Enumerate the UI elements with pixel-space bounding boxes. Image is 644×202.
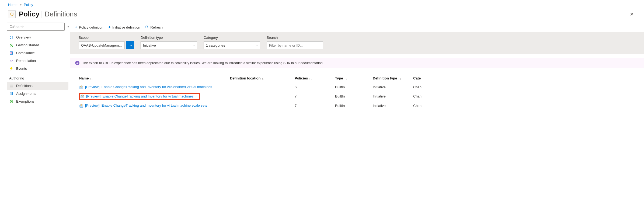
scope-label: Scope xyxy=(79,36,134,40)
col-policies[interactable]: Policies↑↓ xyxy=(293,74,333,83)
sidebar-item-label: Events xyxy=(16,67,27,71)
assignments-icon xyxy=(9,92,13,96)
toolbar: + Policy definition + Initiative definit… xyxy=(70,23,644,32)
svg-rect-4 xyxy=(10,51,13,54)
chevron-down-icon: ⌵ xyxy=(256,44,258,47)
remediation-icon xyxy=(9,59,13,63)
category-label: Category xyxy=(204,36,260,40)
sidebar-item-getting-started[interactable]: Getting started xyxy=(7,41,68,49)
collapse-sidebar-button[interactable]: « xyxy=(67,25,68,29)
toolbar-label: Initiative definition xyxy=(112,25,140,29)
sidebar-item-label: Definitions xyxy=(16,84,33,88)
sidebar-item-label: Overview xyxy=(16,35,31,39)
svg-rect-5 xyxy=(10,85,13,85)
sort-icon: ↑↓ xyxy=(309,77,312,80)
sidebar-item-assignments[interactable]: Assignments xyxy=(7,90,68,97)
svg-point-15 xyxy=(81,104,82,106)
chevron-down-icon: ⌵ xyxy=(193,44,195,47)
sidebar-item-definitions[interactable]: Definitions xyxy=(7,82,68,90)
svg-point-11 xyxy=(81,86,82,87)
toolbar-label: Policy definition xyxy=(79,25,103,29)
policy-icon xyxy=(8,11,16,18)
sidebar: « Overview Getting started Compliance Re… xyxy=(0,23,70,110)
page-title: Policy xyxy=(19,10,40,18)
col-name[interactable]: Name↑↓ xyxy=(78,74,228,83)
page-header: Policy | Definitions … ✕ xyxy=(0,8,644,23)
sidebar-item-label: Exemptions xyxy=(16,99,34,103)
select-value: Initiative xyxy=(143,43,156,47)
cell: Chan xyxy=(412,102,639,110)
sidebar-item-label: Getting started xyxy=(16,43,39,47)
breadcrumb-policy[interactable]: Policy xyxy=(24,3,33,7)
sidebar-group-authoring: Authoring xyxy=(7,72,68,82)
filter-search-box[interactable] xyxy=(267,41,323,49)
plus-icon: + xyxy=(108,25,111,30)
refresh-icon xyxy=(145,25,149,30)
breadcrumb: Home > Policy xyxy=(0,0,644,8)
svg-rect-6 xyxy=(10,86,13,86)
cell xyxy=(228,83,293,91)
add-policy-definition-button[interactable]: + Policy definition xyxy=(75,25,103,30)
svg-rect-7 xyxy=(10,86,13,87)
col-definition-location[interactable]: Definition location↑↓ xyxy=(228,74,293,83)
cell: Chan xyxy=(412,91,639,102)
filter-bar: Scope OAAS-UpdateManagem... ⋯ Definition… xyxy=(70,32,644,54)
add-initiative-definition-button[interactable]: + Initiative definition xyxy=(108,25,140,30)
sidebar-item-compliance[interactable]: Compliance xyxy=(7,49,68,57)
exemptions-icon xyxy=(9,100,13,103)
category-select[interactable]: 1 categories ⌵ xyxy=(204,41,260,49)
search-icon xyxy=(9,25,13,29)
definition-type-select[interactable]: Initiative ⌵ xyxy=(141,41,197,49)
definition-name-link[interactable]: [Preview]: Enable ChangeTracking and Inv… xyxy=(85,85,212,89)
svg-marker-0 xyxy=(11,13,13,16)
svg-point-3 xyxy=(10,36,13,39)
filter-search-input[interactable] xyxy=(269,43,321,47)
sidebar-search[interactable] xyxy=(7,23,65,31)
more-actions-button[interactable]: … xyxy=(83,12,87,16)
table-row[interactable]: [Preview]: Enable ChangeTracking and Inv… xyxy=(78,83,639,91)
close-button[interactable]: ✕ xyxy=(628,10,636,18)
col-category[interactable]: Cate xyxy=(412,74,639,83)
sort-icon: ↑↓ xyxy=(344,77,347,80)
table-row[interactable]: [Preview]: Enable ChangeTracking and Inv… xyxy=(78,102,639,110)
page-subtitle: Definitions xyxy=(44,10,77,18)
cell: BuiltIn xyxy=(333,91,371,102)
cell: Initiative xyxy=(371,91,412,102)
definition-name-link[interactable]: [Preview]: Enable ChangeTracking and Inv… xyxy=(86,94,193,98)
definition-name-link[interactable]: [Preview]: Enable ChangeTracking and Inv… xyxy=(85,103,207,107)
cell: 7 xyxy=(293,91,333,102)
cell: BuiltIn xyxy=(333,83,371,91)
sidebar-item-label: Compliance xyxy=(16,51,35,55)
cell xyxy=(228,102,293,110)
refresh-button[interactable]: Refresh xyxy=(145,25,163,30)
info-banner-text: The export to GitHub experience has been… xyxy=(82,61,323,65)
plus-icon: + xyxy=(75,25,77,30)
cell: Initiative xyxy=(371,83,412,91)
sidebar-item-exemptions[interactable]: Exemptions xyxy=(7,97,68,105)
sort-icon: ↑↓ xyxy=(262,77,264,80)
sidebar-item-label: Remediation xyxy=(16,59,36,63)
col-type[interactable]: Type↑↓ xyxy=(333,74,371,83)
table-row[interactable]: [Preview]: Enable ChangeTracking and Inv… xyxy=(78,91,639,102)
sidebar-search-input[interactable] xyxy=(13,25,62,29)
definition-type-label: Definition type xyxy=(141,36,197,40)
info-icon: ➜ xyxy=(75,61,79,65)
cell: Chan xyxy=(412,83,639,91)
chevron-right-icon: > xyxy=(20,3,22,7)
sidebar-item-remediation[interactable]: Remediation xyxy=(7,57,68,65)
scope-select-button[interactable]: ⋯ xyxy=(126,41,134,49)
initiative-icon xyxy=(79,85,83,89)
breadcrumb-home[interactable]: Home xyxy=(8,3,18,7)
svg-line-2 xyxy=(12,27,13,29)
sidebar-item-events[interactable]: Events xyxy=(7,65,68,72)
sidebar-item-overview[interactable]: Overview xyxy=(7,33,68,41)
definitions-table: Name↑↓ Definition location↑↓ Policies↑↓ … xyxy=(70,68,644,110)
ellipsis-icon: ⋯ xyxy=(128,43,132,47)
col-definition-type[interactable]: Definition type↑↓ xyxy=(371,74,412,83)
definitions-icon xyxy=(9,84,13,88)
svg-point-1 xyxy=(10,25,12,28)
scope-value[interactable]: OAAS-UpdateManagem... xyxy=(79,41,124,49)
sort-icon: ↑↓ xyxy=(90,77,93,80)
main-content: + Policy definition + Initiative definit… xyxy=(70,23,644,110)
compliance-icon xyxy=(9,51,13,55)
